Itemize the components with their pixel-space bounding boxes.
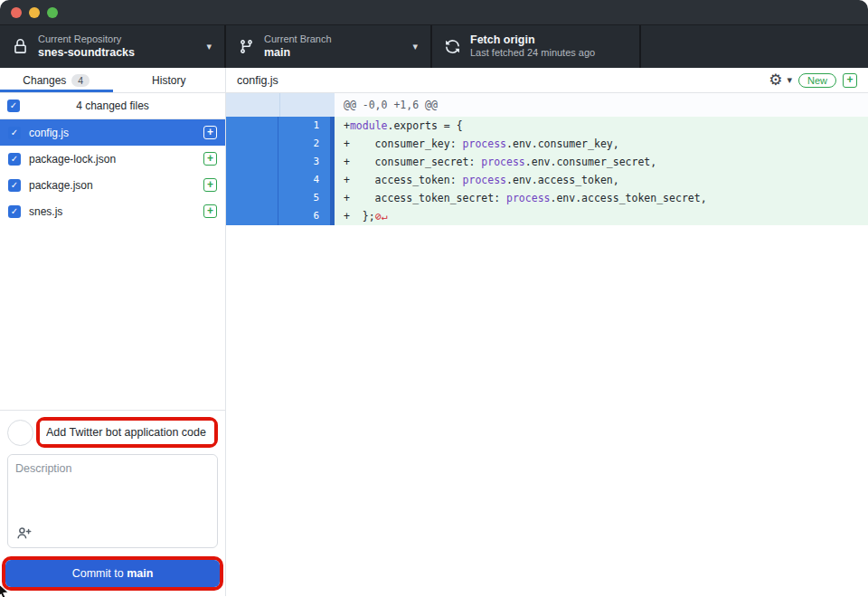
diff-line-gutter[interactable]: 1: [226, 117, 335, 135]
diff-line-content: + consumer_secret: process.env.consumer_…: [335, 153, 868, 171]
git-branch-icon: [239, 39, 254, 54]
annotation-summary-highlight: [36, 417, 218, 448]
chevron-down-icon: ▾: [412, 41, 418, 52]
commit-description-input[interactable]: [8, 455, 217, 520]
file-row[interactable]: ✓package.json+: [0, 172, 225, 198]
file-row[interactable]: ✓config.js+: [0, 119, 225, 146]
new-file-badge: New: [798, 73, 836, 88]
diff-line-content: + access_token: process.env.access_token…: [335, 171, 868, 189]
commit-summary-input[interactable]: [40, 421, 214, 444]
commit-branch-name: main: [127, 567, 153, 580]
add-coauthor-icon[interactable]: [16, 526, 32, 541]
commit-panel: Commit to main: [0, 410, 225, 596]
tab-changes[interactable]: Changes 4: [0, 68, 113, 92]
diff-line-gutter[interactable]: 3: [226, 153, 335, 171]
commit-button[interactable]: Commit to main: [5, 560, 220, 587]
titlebar: [0, 0, 868, 25]
diff-line-gutter[interactable]: 6: [226, 207, 335, 225]
diff-line-gutter[interactable]: 2: [226, 135, 335, 153]
diff-body: @@ -0,0 +1,6 @@ 1+module.exports = {2+ c…: [226, 93, 868, 596]
diff-line: 3+ consumer_secret: process.env.consumer…: [226, 153, 868, 171]
diff-line-number: 5: [278, 189, 329, 207]
diff-line-number: 2: [278, 135, 329, 153]
changed-files-list: ✓config.js+✓package-lock.json+✓package.j…: [0, 119, 225, 224]
diff-line: 1+module.exports = {: [226, 117, 868, 135]
added-status-icon: +: [203, 152, 217, 166]
sidebar: Changes 4 History 4 changed files ✓ ✓con…: [0, 68, 226, 596]
gear-icon[interactable]: ⚙: [769, 72, 782, 88]
branch-label: Current Branch: [264, 33, 405, 46]
changed-files-header: 4 changed files ✓: [0, 93, 225, 119]
diff-pane: config.js ⚙ ▾ New + @@ -0,0 +1,6 @@ 1+mo…: [226, 68, 868, 596]
diff-header: config.js ⚙ ▾ New +: [226, 68, 868, 93]
main-area: Changes 4 History 4 changed files ✓ ✓con…: [0, 68, 868, 596]
file-name: package.json: [29, 179, 195, 192]
changes-count-badge: 4: [71, 74, 90, 87]
diff-lines: 1+module.exports = {2+ consumer_key: pro…: [226, 117, 868, 225]
diff-line-gutter[interactable]: 5: [226, 189, 335, 207]
commit-description-box: [7, 454, 218, 548]
file-name: snes.js: [29, 205, 195, 218]
app-window: Current Repository snes-soundtracks ▾ Cu…: [0, 0, 868, 597]
diff-line: 5+ access_token_secret: process.env.acce…: [226, 189, 868, 207]
diff-line: 2+ consumer_key: process.env.consumer_ke…: [226, 135, 868, 153]
repository-label: Current Repository: [38, 33, 199, 46]
file-name: config.js: [29, 127, 195, 139]
diff-line-content: + consumer_key: process.env.consumer_key…: [335, 135, 868, 153]
added-status-icon: +: [203, 204, 217, 218]
avatar: [7, 420, 33, 446]
mouse-cursor: [0, 583, 14, 597]
file-row[interactable]: ✓package-lock.json+: [0, 146, 225, 172]
diff-line-content: +module.exports = {: [335, 117, 868, 135]
file-checkbox[interactable]: ✓: [8, 205, 21, 218]
chevron-down-icon[interactable]: ▾: [787, 74, 792, 86]
tab-history-label: History: [152, 74, 185, 87]
diff-line-number: 6: [278, 207, 329, 225]
file-checkbox[interactable]: ✓: [8, 153, 21, 166]
file-name: package-lock.json: [29, 153, 195, 166]
fetch-title: Fetch origin: [470, 33, 627, 48]
annotation-commit-highlight: Commit to main: [2, 556, 223, 591]
added-status-icon: +: [203, 178, 217, 192]
hunk-header-text: @@ -0,0 +1,6 @@: [335, 93, 868, 117]
tab-changes-label: Changes: [23, 74, 66, 87]
diff-line-number: 1: [278, 117, 329, 135]
tab-history[interactable]: History: [113, 68, 226, 92]
zoom-window-button[interactable]: [47, 7, 58, 18]
added-status-icon: +: [203, 126, 217, 139]
sync-icon: [445, 39, 460, 54]
toolbar: Current Repository snes-soundtracks ▾ Cu…: [0, 25, 868, 68]
select-all-checkbox[interactable]: ✓: [7, 100, 20, 112]
close-window-button[interactable]: [11, 7, 22, 18]
diff-line-content: + };⊘↵: [335, 207, 868, 225]
changed-files-count: 4 changed files: [0, 100, 225, 112]
file-checkbox[interactable]: ✓: [8, 127, 21, 139]
diff-line: 4+ access_token: process.env.access_toke…: [226, 171, 868, 189]
diff-line-number: 3: [278, 153, 329, 171]
repository-name: snes-soundtracks: [38, 46, 199, 61]
diff-file-name: config.js: [237, 74, 769, 87]
repository-switcher[interactable]: Current Repository snes-soundtracks ▾: [0, 25, 226, 68]
minimize-window-button[interactable]: [29, 7, 40, 18]
diff-line-number: 4: [278, 171, 329, 189]
branch-switcher[interactable]: Current Branch main ▾: [226, 25, 432, 68]
fetch-subtitle: Last fetched 24 minutes ago: [470, 47, 627, 60]
diff-line: 6+ };⊘↵: [226, 207, 868, 225]
diff-line-content: + access_token_secret: process.env.acces…: [335, 189, 868, 207]
diff-hunk-header: @@ -0,0 +1,6 @@: [226, 93, 868, 117]
diff-line-gutter[interactable]: 4: [226, 171, 335, 189]
file-checkbox[interactable]: ✓: [8, 179, 21, 192]
sidebar-tabs: Changes 4 History: [0, 68, 225, 93]
lock-icon: [13, 39, 28, 54]
added-status-icon: +: [843, 73, 857, 88]
chevron-down-icon: ▾: [206, 41, 212, 52]
fetch-origin-button[interactable]: Fetch origin Last fetched 24 minutes ago: [432, 25, 641, 68]
file-row[interactable]: ✓snes.js+: [0, 198, 225, 224]
branch-name: main: [264, 46, 405, 61]
